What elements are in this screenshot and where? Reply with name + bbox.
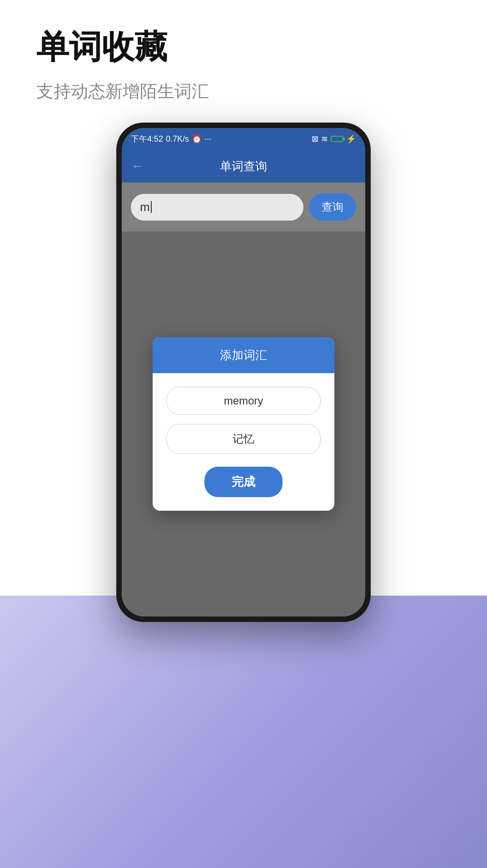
status-bar: 下午4:52 0.7K/s ⏰ ··· ⊠ ≋ ⚡ [122, 128, 365, 150]
battery-icon [331, 136, 343, 142]
dialog-body: memory 记忆 完成 [153, 373, 334, 511]
search-input-wrapper[interactable]: m [131, 194, 303, 221]
status-left: 下午4:52 0.7K/s ⏰ ··· [131, 133, 211, 144]
page-title: 单词收藏 [36, 27, 209, 66]
status-right: ⊠ ≋ ⚡ [312, 134, 356, 144]
network-speed: 0.7K/s [166, 134, 189, 144]
word-field[interactable]: memory [166, 387, 321, 415]
page-header: 单词收藏 支持动态新增陌生词汇 [36, 27, 209, 103]
text-cursor [151, 201, 152, 213]
more-icon: ··· [204, 134, 211, 144]
wifi-icon: ≋ [321, 134, 328, 144]
search-area: m 查询 [122, 182, 365, 232]
phone-mockup: 下午4:52 0.7K/s ⏰ ··· ⊠ ≋ ⚡ ← 单词查询 [116, 123, 371, 622]
page-subtitle: 支持动态新增陌生词汇 [36, 80, 209, 103]
back-button[interactable]: ← [131, 159, 144, 173]
phone-screen: 下午4:52 0.7K/s ⏰ ··· ⊠ ≋ ⚡ ← 单词查询 [122, 128, 365, 616]
main-content: 添加词汇 memory 记忆 完成 [122, 232, 365, 616]
time-display: 下午4:52 [131, 133, 163, 144]
dialog-header: 添加词汇 [153, 337, 334, 373]
confirm-button[interactable]: 完成 [204, 467, 283, 497]
alarm-icon: ⏰ [192, 134, 202, 144]
bg-gradient [0, 596, 487, 868]
screen-icon: ⊠ [312, 134, 318, 144]
search-button[interactable]: 查询 [309, 193, 356, 221]
search-input[interactable]: m [140, 200, 150, 214]
add-word-dialog: 添加词汇 memory 记忆 完成 [153, 337, 334, 511]
dialog-overlay: 添加词汇 memory 记忆 完成 [122, 232, 365, 616]
charging-icon: ⚡ [346, 134, 356, 144]
translation-field[interactable]: 记忆 [166, 424, 321, 454]
app-bar: ← 单词查询 [122, 150, 365, 182]
app-bar-title: 单词查询 [220, 158, 267, 174]
